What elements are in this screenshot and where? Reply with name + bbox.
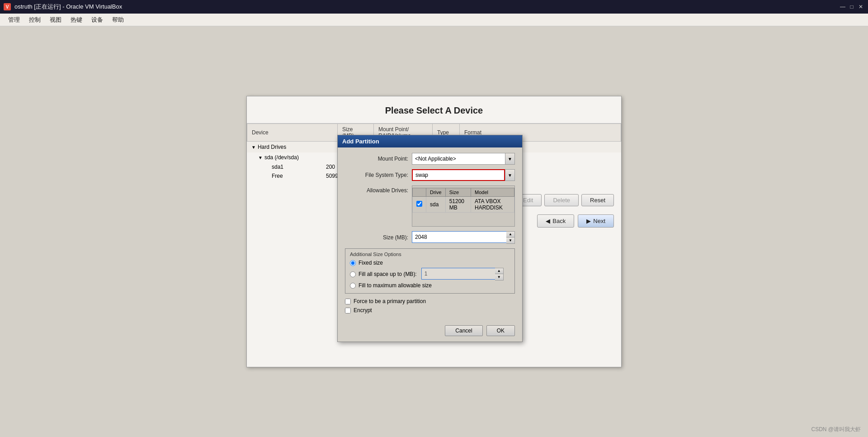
size-mb-field: ▲ ▼ [412, 231, 515, 244]
menu-devices[interactable]: 设备 [87, 14, 108, 26]
drive-row: sda 51200 MB ATA VBOX HARDDISK [413, 197, 514, 213]
encrypt-row: Encrypt [345, 307, 515, 314]
additional-size-options: Additional Size Options Fixed size Fill … [345, 248, 515, 294]
additional-size-legend: Additional Size Options [350, 252, 510, 257]
fill-max-radio[interactable] [350, 283, 356, 289]
wizard-title: Please Select A Device [385, 105, 483, 115]
fill-up-row: Fill all space up to (MB): ▲ ▼ [350, 268, 510, 280]
mount-point-field: ▼ [412, 153, 515, 165]
fill-up-spinner-buttons: ▲ ▼ [495, 268, 504, 280]
cancel-button[interactable]: Cancel [445, 325, 482, 336]
drive-model: ATA VBOX HARDDISK [471, 197, 514, 213]
drives-col-model: Model [471, 188, 514, 197]
sda-label: sda (/dev/sda) [264, 154, 299, 161]
encrypt-checkbox[interactable] [345, 308, 351, 314]
size-spinner-buttons: ▲ ▼ [506, 231, 515, 244]
size-mb-label: Size (MB): [345, 234, 408, 241]
menubar: 管理 控制 视图 热键 设备 帮助 [0, 14, 868, 26]
mount-point-dropdown-btn[interactable]: ▼ [505, 153, 515, 165]
delete-button[interactable]: Delete [544, 194, 579, 206]
back-label: Back [552, 218, 566, 224]
force-primary-row: Force to be a primary partition [345, 298, 515, 304]
back-button[interactable]: ◀ Back [537, 214, 574, 228]
menu-manage[interactable]: 管理 [4, 14, 24, 26]
wizard-panel: Please Select A Device Device Size (MB) … [246, 96, 622, 367]
fixed-size-row: Fixed size [350, 260, 510, 266]
wizard-header: Please Select A Device [247, 96, 621, 124]
sda1-name: sda1 [272, 164, 312, 170]
fill-max-label: Fill to maximum allowable size [359, 282, 432, 289]
watermark: CSDN @请叫我大虾 [811, 426, 861, 433]
encrypt-label: Encrypt [354, 307, 372, 314]
col-device: Device [247, 124, 338, 142]
size-decrement-btn[interactable]: ▼ [506, 238, 514, 243]
drive-checkbox-cell [413, 197, 426, 213]
maximize-button[interactable]: □ [848, 3, 855, 10]
fill-up-field: ▲ ▼ [421, 268, 471, 280]
drives-col-radio [413, 188, 426, 197]
filesystem-type-field: ▼ [412, 169, 515, 181]
drives-col-size: Size [445, 188, 471, 197]
drives-col-drive: Drive [426, 188, 446, 197]
filesystem-type-dropdown-btn[interactable]: ▼ [505, 169, 515, 181]
drive-size: 51200 MB [445, 197, 471, 213]
dialog-title: Add Partition [342, 138, 379, 145]
fill-up-increment-btn[interactable]: ▲ [495, 268, 503, 274]
filesystem-type-input[interactable] [412, 169, 505, 181]
mount-point-label: Mount Point: [345, 156, 408, 162]
fill-up-label: Fill all space up to (MB): [359, 271, 417, 277]
add-partition-dialog: Add Partition Mount Point: ▼ document.qu… [337, 135, 523, 342]
fill-up-radio[interactable] [350, 271, 356, 277]
drives-section: Drive Size Model [412, 185, 515, 227]
drives-table: Drive Size Model [412, 188, 514, 213]
fixed-size-radio[interactable] [350, 260, 356, 266]
allowable-drives-label: Allowable Drives: [345, 187, 408, 194]
sda-collapse-icon[interactable]: ▼ [258, 155, 263, 160]
allowable-drives-row: Allowable Drives: Drive Size Model [345, 185, 515, 227]
next-button[interactable]: ▶ Next [578, 214, 614, 228]
app-icon: V [4, 3, 11, 10]
mount-point-input[interactable] [412, 153, 505, 165]
next-label: Next [593, 218, 605, 224]
drive-name: sda [426, 197, 446, 213]
fixed-size-label: Fixed size [359, 260, 383, 266]
hard-drives-label: Hard Drives [258, 144, 286, 150]
filesystem-type-label: File System Type: [345, 172, 408, 178]
window-controls: — □ ✕ [839, 3, 864, 10]
ok-button[interactable]: OK [486, 325, 515, 336]
next-arrow-icon: ▶ [586, 218, 591, 224]
reset-button[interactable]: Reset [581, 194, 614, 206]
dialog-titlebar: Add Partition [338, 135, 522, 147]
window-title: ostruth [正在运行] - Oracle VM VirtualBox [14, 3, 122, 11]
drives-container: Drive Size Model [412, 185, 515, 227]
menu-view[interactable]: 视图 [45, 14, 66, 26]
fill-up-input[interactable] [421, 268, 495, 280]
menu-control[interactable]: 控制 [24, 14, 45, 26]
force-primary-label: Force to be a primary partition [354, 298, 426, 304]
main-area: Please Select A Device Device Size (MB) … [0, 26, 868, 437]
free-name: Free [272, 173, 312, 179]
dialog-footer: Cancel OK [338, 322, 522, 342]
mount-point-row: Mount Point: ▼ [345, 153, 515, 165]
titlebar: V ostruth [正在运行] - Oracle VM VirtualBox … [0, 0, 868, 14]
minimize-button[interactable]: — [839, 3, 846, 10]
back-arrow-icon: ◀ [546, 218, 550, 224]
size-mb-input[interactable] [412, 231, 506, 243]
close-button[interactable]: ✕ [857, 3, 864, 10]
collapse-icon[interactable]: ▼ [251, 145, 256, 150]
fill-up-decrement-btn[interactable]: ▼ [495, 274, 503, 280]
fill-max-row: Fill to maximum allowable size [350, 282, 510, 289]
size-increment-btn[interactable]: ▲ [506, 232, 514, 238]
filesystem-type-row: File System Type: ▼ [345, 169, 515, 181]
size-mb-row: Size (MB): ▲ ▼ [345, 231, 515, 244]
drive-checkbox-sda[interactable] [416, 201, 422, 207]
dialog-body: Mount Point: ▼ document.querySelector('[… [338, 147, 522, 322]
menu-help[interactable]: 帮助 [108, 14, 128, 26]
force-primary-checkbox[interactable] [345, 299, 351, 304]
menu-hotkey[interactable]: 热键 [66, 14, 87, 26]
